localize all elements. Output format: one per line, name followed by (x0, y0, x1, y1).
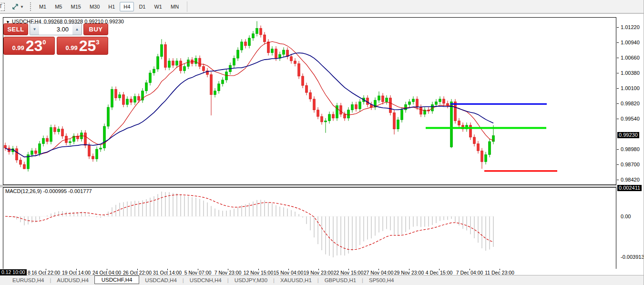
buy-price-sup: 3 (96, 39, 99, 46)
buy-button[interactable]: BUY (83, 23, 108, 35)
volume-decrease-button[interactable]: ▼ (30, 24, 39, 35)
toolbar-separator (187, 1, 187, 12)
tab-audusd-h4[interactable]: AUDUSD,H4 (51, 276, 94, 284)
macd-canvas[interactable] (3, 188, 616, 269)
macd-histogram (5, 192, 493, 257)
price-axis-label: 1.00100 (621, 85, 640, 91)
timeframe-w1[interactable]: W1 (150, 2, 166, 11)
volume-increase-button[interactable]: ▲ (72, 24, 82, 35)
sell-price-big: 23 (26, 37, 43, 55)
timeframe-h1[interactable]: H1 (104, 2, 119, 11)
price-axis-tick (617, 119, 619, 119)
sell-button[interactable]: SELL (3, 23, 28, 35)
tab-usdcad-h4[interactable]: USDCAD,H4 (139, 276, 182, 284)
timeframe-m30[interactable]: M30 (86, 2, 103, 11)
price-axis-label: 0.98420 (621, 177, 640, 183)
macd-header: MACD(12,26,9) -0.000995 -0.001777 (5, 188, 92, 194)
buy-price-box[interactable]: 0.99 25 3 (57, 37, 108, 55)
macd-bottom-label: -0.003913 (621, 254, 644, 260)
toolbar: T ▼ M1M5M15M30H1H4D1W1MN (0, 0, 644, 14)
buy-price-small: 0.99 (65, 44, 77, 54)
timeframe-m5[interactable]: M5 (51, 2, 66, 11)
macd-panel[interactable]: MACD(12,26,9) -0.000995 -0.001777 (3, 187, 616, 269)
sell-price-sup: 0 (42, 39, 46, 46)
macd-signal-value: -0.001777 (68, 188, 92, 194)
price-axis-label: 1.00380 (621, 70, 640, 76)
price-axis-label: 1.00940 (621, 40, 640, 45)
timeframe-h4[interactable]: H4 (120, 2, 134, 11)
price-axis-label: 0.99820 (621, 101, 640, 106)
ma-10-line (5, 41, 493, 157)
macd-name: MACD(12,26,9) (5, 188, 41, 194)
selection-tool-icon[interactable]: T (0, 3, 5, 11)
tab-usdcnh-h4[interactable]: USDCNH,H4 (184, 276, 227, 284)
tab-usdchf-h4[interactable]: USDCHF,H4 (94, 275, 140, 284)
price-axis-tick (617, 58, 619, 58)
price-axis-tick (617, 103, 619, 104)
price-axis-label: 1.00660 (621, 55, 640, 61)
timeframe-d1[interactable]: D1 (135, 2, 149, 11)
time-axis[interactable]: 0.12 10:00 8 16 Oct 22:0019 Oct 14:0024 … (0, 269, 617, 275)
dropdown-caret-icon[interactable]: ▼ (20, 5, 24, 9)
macd-value-badge: 0.002411 (617, 185, 642, 191)
timeframe-m1[interactable]: M1 (35, 2, 50, 11)
price-axis-tick (617, 180, 619, 180)
time-cursor-badge: 0.12 10:00 (0, 269, 27, 275)
price-axis-tick (617, 73, 619, 73)
trading-terminal-window: { "toolbar": { "timeframes": [ {"label":… (0, 0, 644, 285)
volume-spinner: ▼ 3.00 ▲ (30, 23, 82, 35)
tab-sp500-h4[interactable]: SP500,H4 (363, 276, 399, 284)
chart-workspace: ▲ USDCHF,H4 0.99268 0.99328 0.99210 0.99… (0, 14, 644, 275)
price-axis-tick (617, 42, 619, 43)
chart-tabbar: EURUSD,H4|AUDUSD,H4USDCHF,H4USDCAD,H4|US… (0, 275, 644, 285)
sell-price-box[interactable]: 0.99 23 0 (3, 37, 55, 55)
timeframe-m15[interactable]: M15 (67, 2, 84, 11)
tab-gbpusd-h1[interactable]: GBPUSD,H1 (319, 276, 362, 284)
macd-main-value: -0.000995 (43, 188, 67, 194)
price-axis-label: 1.01220 (621, 24, 640, 30)
buy-price-big: 25 (79, 37, 96, 55)
tab-usdjpy-m30[interactable]: USDJPY,M30 (229, 276, 273, 284)
price-axis-label: 0.98980 (621, 146, 640, 152)
price-axis-label: 0.99540 (621, 116, 640, 122)
one-click-trading-panel: SELL ▼ 3.00 ▲ BUY 0.99 23 0 0.99 25 3 (3, 23, 108, 55)
price-axis[interactable]: 1.012201.009401.006601.003801.001000.998… (617, 14, 644, 275)
timeframe-mn[interactable]: MN (167, 2, 183, 11)
sell-price-small: 0.99 (12, 44, 24, 54)
price-axis-tick (617, 164, 619, 165)
crosshair-arrows-icon[interactable]: ▼ (10, 2, 25, 11)
tab-eurusd-h4[interactable]: EURUSD,H4 (7, 276, 50, 284)
current-price-badge: 0.99230 (617, 132, 639, 138)
price-axis-tick (617, 27, 619, 28)
price-axis-tick (617, 149, 619, 150)
ma-21-line (5, 53, 493, 157)
arrows-glyph (12, 3, 19, 10)
macd-zero-label: 0.00 (621, 214, 631, 219)
volume-value[interactable]: 3.00 (39, 24, 72, 35)
timeframe-buttons: M1M5M15M30H1H4D1W1MN (35, 0, 183, 13)
toolbar-grip[interactable] (30, 2, 31, 11)
price-axis-tick (617, 88, 619, 89)
price-axis-label: 0.98700 (621, 162, 640, 167)
tab-xauusd-h1[interactable]: XAUUSD,H1 (275, 276, 317, 284)
